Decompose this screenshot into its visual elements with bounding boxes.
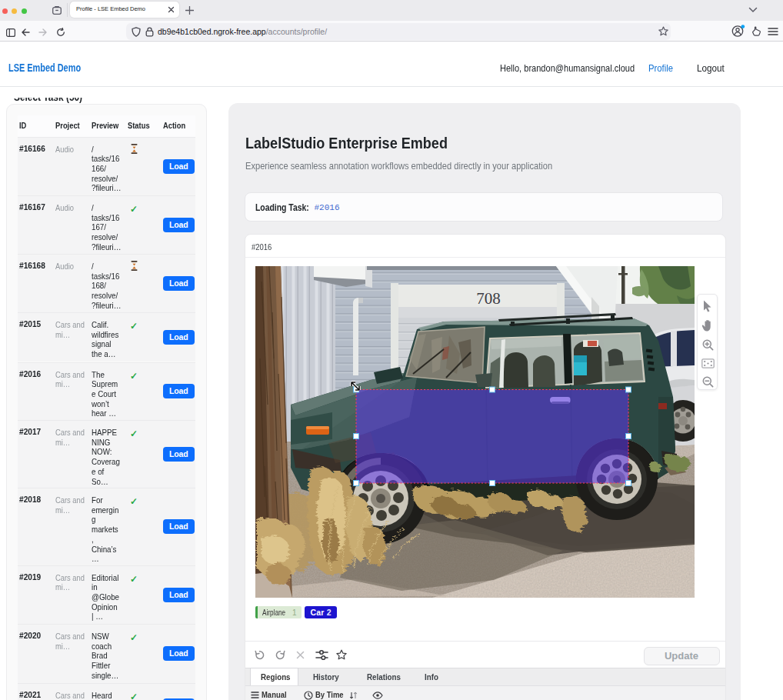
- svg-text:708: 708: [476, 289, 501, 308]
